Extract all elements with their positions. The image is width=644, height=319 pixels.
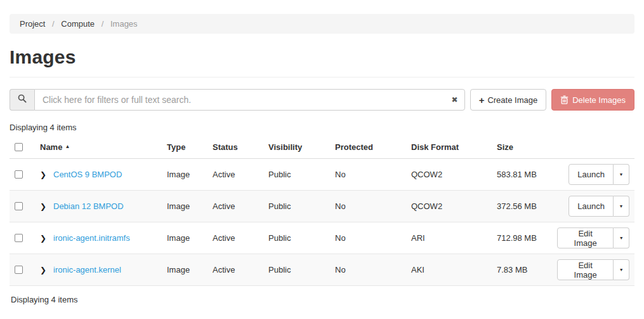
image-name-link[interactable]: ironic-agent.initramfs <box>53 233 130 243</box>
images-page: Project / Compute / Images Images ✖ + Cr… <box>0 0 644 304</box>
cell-visibility: Public <box>263 191 330 222</box>
search-bar: ✖ <box>10 89 465 111</box>
cell-type: Image <box>162 254 207 286</box>
title-divider <box>10 77 634 78</box>
row-action-group: Launch ▼ <box>568 164 629 185</box>
search-input[interactable] <box>34 89 465 111</box>
cell-status: Active <box>207 159 263 191</box>
sort-ascending-icon: ▲ <box>65 144 70 149</box>
cell-visibility: Public <box>263 159 330 191</box>
magnifier-icon <box>18 94 27 105</box>
column-header-protected[interactable]: Protected <box>330 135 406 159</box>
cell-status: Active <box>207 222 263 254</box>
row-checkbox[interactable] <box>15 202 23 210</box>
chevron-down-icon: ▼ <box>619 236 624 240</box>
table-body: ❯CentOS 9 BMPOD Image Active Public No Q… <box>10 159 634 286</box>
trash-icon <box>560 95 568 104</box>
row-action-button[interactable]: Edit Image <box>557 259 614 280</box>
table-row: ❯ironic-agent.kernel Image Active Public… <box>10 254 634 286</box>
images-table: Name▲ Type Status Visibility Protected D… <box>10 135 634 286</box>
cell-protected: No <box>330 254 406 286</box>
create-image-label: Create Image <box>487 95 537 105</box>
chevron-down-icon: ▼ <box>619 172 624 177</box>
create-image-button[interactable]: + Create Image <box>470 89 547 111</box>
row-checkbox[interactable] <box>15 170 23 179</box>
cell-protected: No <box>330 222 406 254</box>
plus-icon: + <box>479 95 485 105</box>
table-row: ❯Debian 12 BMPOD Image Active Public No … <box>10 191 634 222</box>
row-action-group: Launch ▼ <box>568 196 629 217</box>
breadcrumb-separator: / <box>102 19 104 29</box>
column-header-actions <box>552 135 634 159</box>
select-all-checkbox[interactable] <box>15 143 23 151</box>
row-action-dropdown-button[interactable]: ▼ <box>614 227 629 248</box>
search-button[interactable] <box>10 89 34 111</box>
column-header-disk-format[interactable]: Disk Format <box>406 135 492 159</box>
table-row: ❯CentOS 9 BMPOD Image Active Public No Q… <box>10 159 634 191</box>
items-count-bottom: Displaying 4 items <box>11 295 634 304</box>
column-header-type[interactable]: Type <box>162 135 207 159</box>
image-name-link[interactable]: Debian 12 BMPOD <box>53 201 124 211</box>
column-header-status[interactable]: Status <box>207 135 263 159</box>
expand-row-icon[interactable]: ❯ <box>40 234 53 243</box>
image-name-link[interactable]: ironic-agent.kernel <box>53 265 121 275</box>
delete-images-label: Delete Images <box>572 95 626 105</box>
row-action-button[interactable]: Edit Image <box>557 227 614 248</box>
column-header-size[interactable]: Size <box>492 135 552 159</box>
cell-size: 7.83 MB <box>492 254 552 286</box>
cell-status: Active <box>207 191 263 222</box>
cell-type: Image <box>162 159 207 191</box>
chevron-down-icon: ▼ <box>619 268 624 272</box>
row-action-button[interactable]: Launch <box>568 196 614 217</box>
page-title: Images <box>10 46 634 68</box>
row-checkbox[interactable] <box>15 266 23 274</box>
cell-visibility: Public <box>263 254 330 286</box>
cell-visibility: Public <box>263 222 330 254</box>
cell-protected: No <box>330 159 406 191</box>
breadcrumb: Project / Compute / Images <box>10 14 634 34</box>
row-checkbox[interactable] <box>15 234 23 242</box>
breadcrumb-images: Images <box>110 19 138 29</box>
cell-disk-format: AKI <box>406 254 492 286</box>
row-action-dropdown-button[interactable]: ▼ <box>614 259 629 280</box>
table-header-row: Name▲ Type Status Visibility Protected D… <box>10 135 634 159</box>
row-action-group: Edit Image ▼ <box>557 227 629 248</box>
toolbar: ✖ + Create Image Delete Images <box>10 89 634 111</box>
delete-images-button[interactable]: Delete Images <box>551 89 634 111</box>
image-name-link[interactable]: CentOS 9 BMPOD <box>53 170 122 179</box>
clear-search-icon[interactable]: ✖ <box>452 95 458 105</box>
cell-size: 372.56 MB <box>492 191 552 222</box>
column-header-name[interactable]: Name▲ <box>35 135 162 159</box>
cell-type: Image <box>162 191 207 222</box>
row-action-button[interactable]: Launch <box>568 164 614 185</box>
expand-row-icon[interactable]: ❯ <box>40 202 53 211</box>
cell-status: Active <box>207 254 263 286</box>
row-action-group: Edit Image ▼ <box>557 259 629 280</box>
items-count-top: Displaying 4 items <box>10 123 634 132</box>
breadcrumb-compute[interactable]: Compute <box>61 19 95 29</box>
cell-type: Image <box>162 222 207 254</box>
breadcrumb-separator: / <box>52 19 55 29</box>
breadcrumb-project[interactable]: Project <box>20 19 45 29</box>
cell-size: 712.98 MB <box>492 222 552 254</box>
cell-protected: No <box>330 191 406 222</box>
expand-row-icon[interactable]: ❯ <box>40 170 53 179</box>
chevron-down-icon: ▼ <box>619 204 624 208</box>
row-action-dropdown-button[interactable]: ▼ <box>614 196 629 217</box>
expand-row-icon[interactable]: ❯ <box>40 266 53 275</box>
cell-size: 583.81 MB <box>492 159 552 191</box>
cell-disk-format: QCOW2 <box>406 191 492 222</box>
cell-disk-format: ARI <box>406 222 492 254</box>
row-action-dropdown-button[interactable]: ▼ <box>614 164 629 185</box>
table-row: ❯ironic-agent.initramfs Image Active Pub… <box>10 222 634 254</box>
column-header-visibility[interactable]: Visibility <box>263 135 330 159</box>
cell-disk-format: QCOW2 <box>406 159 492 191</box>
